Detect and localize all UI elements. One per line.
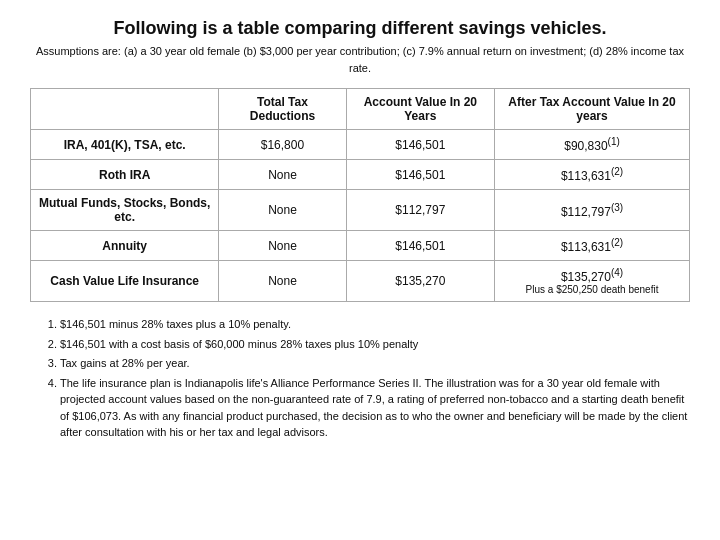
table-row: Roth IRANone$146,501$113,631(2) xyxy=(31,160,690,190)
row-after-tax: $90,830(1) xyxy=(495,130,690,160)
footnote-item: $146,501 with a cost basis of $60,000 mi… xyxy=(60,336,690,353)
row-after-tax: $135,270(4)Plus a $250,250 death benefit xyxy=(495,261,690,302)
footnote-item: $146,501 minus 28% taxes plus a 10% pena… xyxy=(60,316,690,333)
row-after-tax: $112,797(3) xyxy=(495,190,690,231)
col-header-account-value: Account Value In 20 Years xyxy=(346,89,495,130)
row-account-value: $146,501 xyxy=(346,231,495,261)
footnotes-section: $146,501 minus 28% taxes plus a 10% pena… xyxy=(30,316,690,441)
row-account-value: $146,501 xyxy=(346,160,495,190)
table-row: Cash Value Life InsuranceNone$135,270$13… xyxy=(31,261,690,302)
row-label: Roth IRA xyxy=(31,160,219,190)
col-header-label xyxy=(31,89,219,130)
row-account-value: $135,270 xyxy=(346,261,495,302)
row-after-tax: $113,631(2) xyxy=(495,231,690,261)
row-label: Annuity xyxy=(31,231,219,261)
page-title: Following is a table comparing different… xyxy=(30,18,690,39)
assumptions-text: Assumptions are: (a) a 30 year old femal… xyxy=(30,43,690,76)
row-account-value: $146,501 xyxy=(346,130,495,160)
table-row: AnnuityNone$146,501$113,631(2) xyxy=(31,231,690,261)
row-label: IRA, 401(K), TSA, etc. xyxy=(31,130,219,160)
row-deductions: None xyxy=(219,190,346,231)
row-deductions: None xyxy=(219,231,346,261)
row-deductions: $16,800 xyxy=(219,130,346,160)
row-account-value: $112,797 xyxy=(346,190,495,231)
col-header-deductions: Total Tax Deductions xyxy=(219,89,346,130)
footnote-item: The life insurance plan is Indianapolis … xyxy=(60,375,690,441)
table-row: IRA, 401(K), TSA, etc.$16,800$146,501$90… xyxy=(31,130,690,160)
row-label: Mutual Funds, Stocks, Bonds, etc. xyxy=(31,190,219,231)
table-row: Mutual Funds, Stocks, Bonds, etc.None$11… xyxy=(31,190,690,231)
row-deductions: None xyxy=(219,261,346,302)
row-label: Cash Value Life Insurance xyxy=(31,261,219,302)
row-deductions: None xyxy=(219,160,346,190)
row-after-tax: $113,631(2) xyxy=(495,160,690,190)
comparison-table: Total Tax Deductions Account Value In 20… xyxy=(30,88,690,302)
col-header-after-tax: After Tax Account Value In 20 years xyxy=(495,89,690,130)
footnote-item: Tax gains at 28% per year. xyxy=(60,355,690,372)
